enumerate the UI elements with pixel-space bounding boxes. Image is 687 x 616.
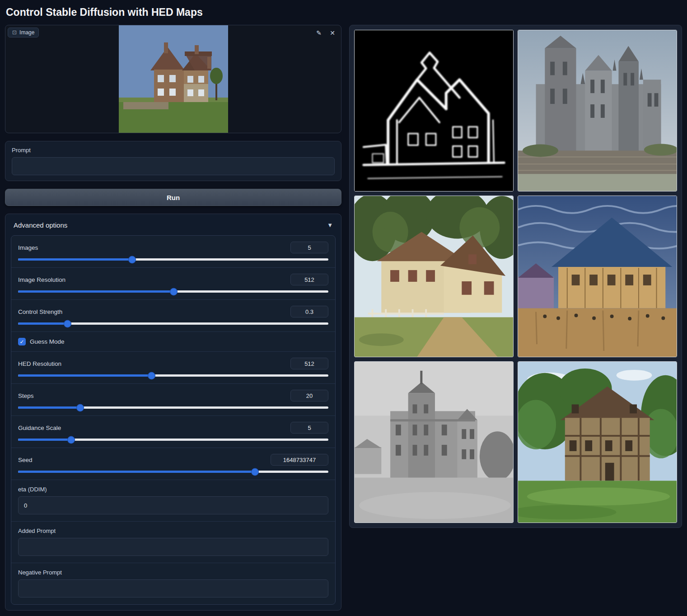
seed-value-input[interactable] — [271, 454, 328, 466]
image-actions: ✎ ✕ — [314, 28, 337, 38]
gallery-image-grayscale-building — [355, 362, 513, 523]
close-icon[interactable]: ✕ — [327, 28, 337, 38]
added-prompt-row: Added Prompt — [11, 522, 335, 563]
seed-slider-track[interactable] — [18, 471, 328, 473]
images-value-input[interactable] — [290, 242, 328, 253]
eta-row: eta (DDIM) — [11, 480, 335, 522]
eta-label: eta (DDIM) — [18, 486, 328, 493]
control-strength-slider-track[interactable] — [18, 322, 328, 325]
edit-icon[interactable]: ✎ — [314, 28, 324, 38]
gallery-image-cathedral — [518, 30, 677, 191]
gallery-item-grayscale-building[interactable] — [354, 361, 514, 523]
advanced-options-panel: Advanced options ▼ Images — [5, 214, 341, 611]
slider-row-image-resolution: Image Resolution — [11, 268, 335, 300]
guidance-scale-value-input[interactable] — [290, 422, 328, 434]
guidance-scale-slider-handle[interactable] — [68, 436, 75, 443]
seed-slider-handle[interactable] — [252, 468, 258, 475]
advanced-options-title: Advanced options — [14, 221, 67, 229]
slider-row-guidance-scale: Guidance Scale — [11, 416, 335, 448]
added-prompt-input[interactable] — [18, 538, 328, 556]
page-title: Control Stable Diffusion with HED Maps — [6, 6, 682, 19]
steps-value-input[interactable] — [290, 390, 328, 401]
gallery-image-hed-map — [355, 30, 513, 191]
slider-row-images: Images — [11, 236, 335, 268]
hed-resolution-slider-handle[interactable] — [148, 372, 155, 379]
check-icon: ✓ — [19, 339, 24, 345]
guess-mode-row: ✓ Guess Mode — [11, 332, 335, 352]
gallery-image-cottage-painting — [355, 196, 513, 357]
image-tab: ⊡ Image — [8, 28, 39, 37]
options-box: Images Image Resolution — [11, 235, 336, 605]
image-resolution-value-input[interactable] — [290, 274, 328, 285]
steps-label: Steps — [18, 392, 34, 399]
negative-prompt-row: Negative Prompt — [11, 563, 335, 604]
images-slider-track[interactable] — [18, 258, 328, 261]
image-upload[interactable]: ⊡ Image ✎ ✕ — [5, 25, 341, 133]
chevron-down-icon: ▼ — [327, 222, 333, 229]
control-strength-slider-handle[interactable] — [64, 320, 71, 327]
controls-column: ⊡ Image ✎ ✕ — [5, 25, 341, 611]
steps-slider-handle[interactable] — [77, 404, 84, 411]
slider-row-seed: Seed — [11, 448, 335, 480]
hed-resolution-label: HED Resolution — [18, 360, 61, 367]
image-tab-label: Image — [19, 29, 34, 36]
advanced-options-header[interactable]: Advanced options ▼ — [11, 219, 336, 235]
image-resolution-slider-handle[interactable] — [170, 288, 177, 295]
steps-slider-track[interactable] — [18, 406, 328, 409]
slider-row-steps: Steps — [11, 384, 335, 416]
slider-row-hed-resolution: HED Resolution — [11, 352, 335, 384]
guidance-scale-label: Guidance Scale — [18, 425, 61, 431]
gallery-image-timbered-house — [518, 362, 677, 523]
slider-row-control-strength: Control Strength — [11, 300, 335, 332]
eta-input[interactable] — [18, 496, 328, 514]
output-column — [349, 25, 682, 528]
guess-mode-checkbox[interactable]: ✓ — [18, 338, 26, 345]
gallery-item-cathedral[interactable] — [518, 30, 677, 191]
input-image — [119, 25, 228, 133]
prompt-label: Prompt — [12, 147, 335, 154]
prompt-input[interactable] — [12, 157, 335, 175]
control-strength-label: Control Strength — [18, 308, 62, 315]
control-strength-value-input[interactable] — [290, 306, 328, 317]
hed-resolution-value-input[interactable] — [290, 358, 328, 369]
guidance-scale-slider-track[interactable] — [18, 439, 328, 441]
gallery-image-stylized-painting — [518, 196, 677, 357]
hed-resolution-slider-track[interactable] — [18, 374, 328, 377]
run-button[interactable]: Run — [5, 189, 341, 206]
image-icon: ⊡ — [12, 29, 17, 36]
negative-prompt-label: Negative Prompt — [18, 569, 328, 576]
seed-label: Seed — [18, 457, 33, 463]
image-resolution-slider-track[interactable] — [18, 290, 328, 293]
images-slider-handle[interactable] — [129, 256, 136, 263]
gallery-item-stylized-painting[interactable] — [518, 196, 677, 357]
result-gallery — [349, 25, 682, 528]
gallery-item-cottage-painting[interactable] — [354, 196, 514, 357]
prompt-panel: Prompt — [5, 141, 341, 181]
gallery-item-hed-map[interactable] — [354, 30, 514, 191]
negative-prompt-input[interactable] — [18, 579, 328, 597]
gallery-item-timbered-house[interactable] — [518, 361, 677, 523]
images-label: Images — [18, 244, 38, 251]
main-layout: ⊡ Image ✎ ✕ — [5, 25, 682, 611]
added-prompt-label: Added Prompt — [18, 527, 328, 534]
guess-mode-label: Guess Mode — [30, 338, 65, 345]
image-resolution-label: Image Resolution — [18, 276, 65, 283]
